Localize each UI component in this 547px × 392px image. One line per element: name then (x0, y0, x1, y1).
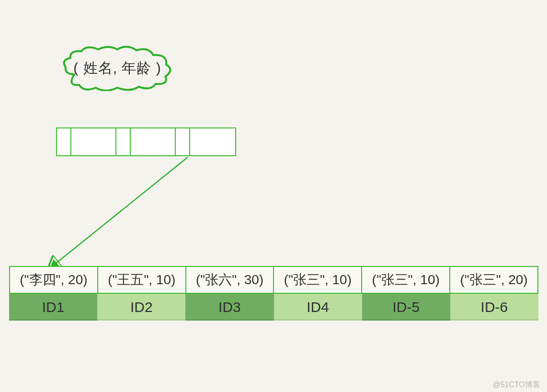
tuple-cell: ("张六", 30) (185, 266, 274, 294)
id-cell: ID-5 (362, 294, 450, 321)
tuple-row: ("李四", 20) ("王五", 10) ("张六", 30) ("张三", … (9, 266, 538, 294)
index-box (57, 128, 71, 155)
svg-line-0 (56, 157, 188, 264)
index-box (71, 128, 116, 155)
tuple-cell: ("王五", 10) (97, 266, 185, 294)
id-cell: ID4 (274, 294, 362, 321)
records-table: ("李四", 20) ("王五", 10) ("张六", 30) ("张三", … (9, 266, 538, 321)
schema-cloud: ( 姓名, 年龄 ) (60, 46, 175, 91)
index-box (176, 128, 190, 155)
index-boxes (56, 127, 236, 156)
tuple-cell: ("张三", 10) (273, 266, 361, 294)
tuple-cell: ("李四", 20) (9, 266, 97, 294)
index-box (116, 128, 131, 155)
tuple-cell: ("张三", 20) (449, 266, 538, 294)
id-cell: ID1 (9, 294, 97, 321)
id-cell: ID2 (97, 294, 185, 321)
index-box (190, 128, 235, 155)
id-cell: ID-6 (450, 294, 538, 321)
index-box (131, 128, 176, 155)
tuple-cell: ("张三", 10) (361, 266, 449, 294)
id-row: ID1 ID2 ID3 ID4 ID-5 ID-6 (9, 294, 538, 321)
id-cell: ID3 (185, 294, 274, 321)
watermark: @51CTO博客 (492, 380, 540, 390)
schema-tuple-label: ( 姓名, 年龄 ) (73, 58, 161, 78)
